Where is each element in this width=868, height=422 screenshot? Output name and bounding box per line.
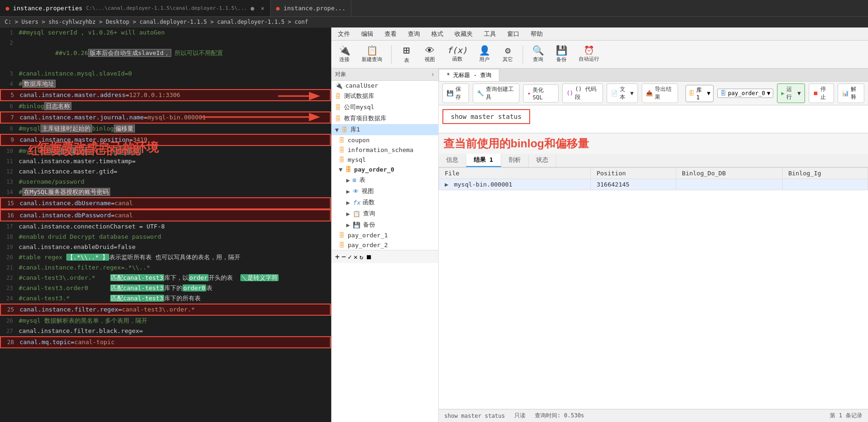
code-line-17: 17 canal.instance.connectionCharset = UT… [0,221,331,232]
tree-item-backup-folder[interactable]: ▶ 💾 备份 [331,219,438,230]
menu-format[interactable]: 格式 [427,29,448,39]
sql-box[interactable]: show master status [442,109,530,124]
build-icon: 🔧 [477,90,484,97]
tree-item-coupon[interactable]: 🗄 coupon [331,135,438,145]
run-label: 运行 [786,85,795,101]
result-table[interactable]: File Position Binlog_Do_DB Binlog_Ig ▶ m… [439,167,868,409]
connection-icon: 🔌 [335,82,343,89]
db-icon-pay1: 🗄 [339,232,345,239]
toolbar-user[interactable]: 👤 用户 [474,43,495,65]
beautify-button[interactable]: ✦ 美化 SQL [523,84,559,103]
table-selector[interactable]: 🗄 pay_order_0 ▼ [717,89,773,98]
toolbar-backup[interactable]: 💾 备份 [551,43,572,65]
save-button[interactable]: 💾 保存 [442,83,469,103]
run-button[interactable]: ▶ 运行 ▼ [777,83,805,103]
menu-view[interactable]: 查看 [380,29,401,39]
toolbar-new-query[interactable]: 📋 新建查询 [357,43,386,65]
tree-item-canalUser[interactable]: 🔌 canalUser [331,81,438,90]
tree-item-edu-db[interactable]: 🗄 教育项目数据库 [331,113,438,124]
explain-button[interactable]: 📊 解释 [838,83,864,103]
menu-file[interactable]: 文件 [333,29,355,39]
tree-item-mysql[interactable]: 🗄 mysql [331,155,438,165]
stop-label: 停止 [820,85,830,101]
build-query-button[interactable]: 🔧 查询创建工具 [473,83,519,103]
menu-help[interactable]: 帮助 [526,29,547,39]
query-tab-main[interactable]: * 无标题 - 查询 [439,69,499,81]
menu-query[interactable]: 查询 [403,29,425,39]
tab-label-2: instance.prope... [283,5,345,12]
code-editor[interactable]: 1 ##mysql serverId , v1.0.26+ will autoG… [0,28,331,422]
tree-item-pay-order-1[interactable]: 🗄 pay_order_1 [331,230,438,240]
tree-item-ku1[interactable]: ▼ 🗄 库1 [331,124,438,135]
result-tab-info[interactable]: 信息 [439,154,466,167]
tab-path-1: C:\...\canal.deployer-1.1.5\canal.deploy… [86,5,247,11]
code-line-16: 16 canal.instance.dbPassword=canal [0,209,331,221]
code-line-10: 10 #mysql主库链接时起始的binlog的时间戳 [0,146,331,156]
result-tab-status[interactable]: 状态 [529,154,556,167]
toolbar-function[interactable]: f(x) 函数 [443,44,471,65]
tab-instance-properties-1[interactable]: ● instance.properties C:\...\canal.deplo… [0,0,271,16]
tree-item-funcs-folder[interactable]: ▶ fx 函数 [331,197,438,208]
tree-x-btn[interactable]: ✕ [354,253,357,261]
code-line-26: 26 #mysql 数据解析表的黑名单，多个表用，隔开 [0,316,331,326]
tree-item-info-schema[interactable]: 🗄 information_schema [331,145,438,155]
tree-item-tables-folder[interactable]: ▶ ⊞ 表 [331,174,438,186]
code-snippet-button[interactable]: () () 代码段 [562,83,603,103]
table-folder-icon: ⊞ [353,177,357,184]
code-line-22: 22 #canal-test3\.order.* 匹配canal-test3库下… [0,273,331,283]
table-label: 表 [404,57,409,64]
menu-favorites[interactable]: 收藏夹 [450,29,477,39]
db-icon-1: 🗄 [335,93,341,100]
tree-bottom-toolbar: + − ✓ ✕ ↻ ⏹ [331,250,438,263]
code-line-13: 13 #username/password [0,177,331,187]
query-panel: * 无标题 - 查询 💾 保存 🔧 查询创建工具 ✦ 美化 SQL [439,69,868,422]
text-button[interactable]: 📄 文本 ▼ [607,83,638,103]
table-row[interactable]: ▶ mysql-bin.000001 316642145 [439,179,868,190]
menu-window[interactable]: 窗口 [503,29,524,39]
result-tab-analyze[interactable]: 剖析 [501,154,529,167]
tree-item-queries-folder[interactable]: ▶ 📋 查询 [331,208,438,219]
tree-item-company-mysql[interactable]: 🗄 公司mysql [331,102,438,113]
tab-close-1[interactable]: ✕ [261,5,265,12]
tree-refresh-btn[interactable]: ↻ [359,253,363,261]
toolbar-other[interactable]: ⚙ 其它 [497,43,518,65]
func-folder-icon: fx [353,199,360,206]
user-label: 用户 [479,56,490,63]
query-tabs: * 无标题 - 查询 [439,69,868,82]
tree-add-btn[interactable]: + [335,252,340,261]
tab-bar: ● instance.properties C:\...\canal.deplo… [0,0,868,17]
stop-button[interactable]: ⏹ 停止 [809,83,834,103]
status-bar: show master status 只读 查询时间: 0.530s 第 1 条… [439,409,868,422]
menu-tools[interactable]: 工具 [479,29,501,39]
tree-remove-btn[interactable]: − [342,252,346,261]
connect-label: 连接 [339,56,350,63]
run-dropdown-arrow: ▼ [798,90,801,97]
menu-edit[interactable]: 编辑 [357,29,378,39]
db-icon-2: 🗄 [335,104,341,111]
toolbar-connect[interactable]: 🔌 连接 [334,43,355,65]
expand-arrow-funcs: ▶ [346,199,350,206]
export-button[interactable]: 📤 导出结果 [642,83,679,103]
menu-bar: 文件 编辑 查看 查询 格式 收藏夹 工具 窗口 帮助 [331,28,868,41]
backup-folder-icon: 💾 [353,221,360,228]
tree-header: 对象 ⬆ [331,69,438,81]
function-icon: f(x) [447,46,467,55]
toolbar-search[interactable]: 🔍 查询 [528,43,548,65]
tree-stop-btn[interactable]: ⏹ [365,253,372,261]
toolbar-view[interactable]: 👁 视图 [420,43,440,65]
expand-arrow-queries: ▶ [346,210,350,217]
tab-instance-properties-2[interactable]: ● instance.prope... [271,0,352,16]
sql-editor[interactable]: show master status [439,105,868,133]
result-tabs: 信息 结果 1 剖析 状态 [439,154,868,167]
tree-item-pay-order-2[interactable]: 🗄 pay_order_2 [331,240,438,250]
autorun-label: 自动运行 [579,55,599,62]
toolbar-autorun[interactable]: ⏰ 自动运行 [574,44,603,65]
tree-item-pay-order-0[interactable]: ▼ 🗄 pay_order_0 [331,165,438,174]
tree-check-btn[interactable]: ✓ [348,253,351,261]
tree-item-test-db[interactable]: 🗄 测试数据库 [331,90,438,102]
db-selector[interactable]: 🗄 库1 ▼ [686,85,714,102]
toolbar-table[interactable]: ⊞ 表 [396,42,417,66]
db-selected-label: 库1 [696,86,705,101]
tree-item-views-folder[interactable]: ▶ 👁 视图 [331,186,438,197]
result-tab-result1[interactable]: 结果 1 [466,154,501,167]
